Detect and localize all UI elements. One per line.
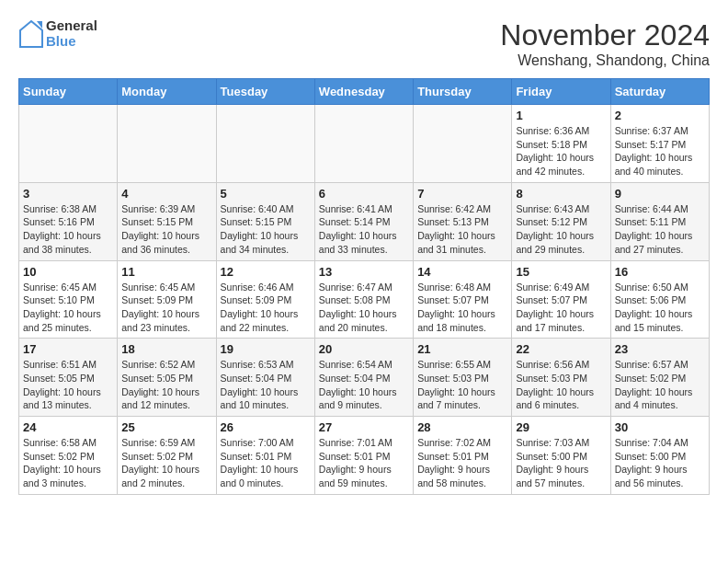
day-info: Sunrise: 7:03 AM Sunset: 5:00 PM Dayligh… — [516, 436, 606, 490]
calendar-cell: 19Sunrise: 6:53 AM Sunset: 5:04 PM Dayli… — [216, 339, 314, 417]
day-info: Sunrise: 6:48 AM Sunset: 5:07 PM Dayligh… — [417, 281, 507, 335]
day-number: 27 — [319, 420, 409, 434]
calendar-cell — [118, 105, 216, 183]
calendar-week-row: 3Sunrise: 6:38 AM Sunset: 5:16 PM Daylig… — [19, 182, 710, 260]
calendar-cell — [314, 105, 413, 183]
calendar-cell: 29Sunrise: 7:03 AM Sunset: 5:00 PM Dayli… — [512, 417, 610, 495]
calendar-cell: 5Sunrise: 6:40 AM Sunset: 5:15 PM Daylig… — [216, 182, 314, 260]
day-info: Sunrise: 7:01 AM Sunset: 5:01 PM Dayligh… — [319, 436, 409, 490]
day-number: 23 — [615, 342, 705, 356]
day-info: Sunrise: 6:55 AM Sunset: 5:03 PM Dayligh… — [417, 358, 507, 412]
day-info: Sunrise: 6:51 AM Sunset: 5:05 PM Dayligh… — [23, 358, 113, 412]
day-info: Sunrise: 6:53 AM Sunset: 5:04 PM Dayligh… — [221, 358, 311, 412]
weekday-header: Monday — [118, 79, 216, 105]
day-info: Sunrise: 6:45 AM Sunset: 5:10 PM Dayligh… — [23, 281, 113, 335]
calendar-cell: 6Sunrise: 6:41 AM Sunset: 5:14 PM Daylig… — [314, 182, 413, 260]
calendar-cell: 28Sunrise: 7:02 AM Sunset: 5:01 PM Dayli… — [414, 417, 512, 495]
calendar-cell: 12Sunrise: 6:46 AM Sunset: 5:09 PM Dayli… — [216, 260, 314, 339]
day-info: Sunrise: 6:42 AM Sunset: 5:13 PM Dayligh… — [417, 202, 507, 257]
day-info: Sunrise: 6:41 AM Sunset: 5:14 PM Dayligh… — [319, 202, 409, 257]
day-number: 1 — [516, 109, 606, 122]
day-info: Sunrise: 6:44 AM Sunset: 5:11 PM Dayligh… — [615, 202, 705, 257]
weekday-header: Friday — [512, 79, 610, 105]
day-info: Sunrise: 7:00 AM Sunset: 5:01 PM Dayligh… — [221, 436, 311, 490]
calendar-cell: 1Sunrise: 6:36 AM Sunset: 5:18 PM Daylig… — [512, 105, 610, 183]
calendar-cell: 8Sunrise: 6:43 AM Sunset: 5:12 PM Daylig… — [512, 182, 610, 260]
day-number: 29 — [516, 420, 606, 434]
calendar-cell: 11Sunrise: 6:45 AM Sunset: 5:09 PM Dayli… — [118, 260, 216, 339]
calendar-week-row: 17Sunrise: 6:51 AM Sunset: 5:05 PM Dayli… — [19, 339, 710, 417]
calendar-header: SundayMondayTuesdayWednesdayThursdayFrid… — [19, 79, 710, 105]
day-number: 17 — [23, 342, 113, 356]
day-info: Sunrise: 6:50 AM Sunset: 5:06 PM Dayligh… — [615, 281, 705, 335]
day-number: 15 — [516, 265, 606, 279]
calendar-cell: 13Sunrise: 6:47 AM Sunset: 5:08 PM Dayli… — [314, 260, 413, 339]
day-number: 14 — [417, 265, 507, 279]
day-number: 2 — [615, 109, 705, 122]
day-number: 7 — [417, 187, 507, 201]
calendar-cell: 17Sunrise: 6:51 AM Sunset: 5:05 PM Dayli… — [19, 339, 118, 417]
calendar-cell: 3Sunrise: 6:38 AM Sunset: 5:16 PM Daylig… — [19, 182, 118, 260]
weekday-header: Wednesday — [314, 79, 413, 105]
day-number: 22 — [516, 342, 606, 356]
day-number: 8 — [516, 187, 606, 201]
calendar-cell: 4Sunrise: 6:39 AM Sunset: 5:15 PM Daylig… — [118, 182, 216, 260]
day-info: Sunrise: 6:46 AM Sunset: 5:09 PM Dayligh… — [221, 281, 311, 335]
day-number: 10 — [23, 265, 113, 279]
calendar-cell: 15Sunrise: 6:49 AM Sunset: 5:07 PM Dayli… — [512, 260, 610, 339]
weekday-header: Thursday — [414, 79, 512, 105]
day-info: Sunrise: 6:37 AM Sunset: 5:17 PM Dayligh… — [615, 124, 705, 178]
calendar-cell: 25Sunrise: 6:59 AM Sunset: 5:02 PM Dayli… — [118, 417, 216, 495]
day-info: Sunrise: 6:39 AM Sunset: 5:15 PM Dayligh… — [121, 202, 211, 257]
calendar-cell — [19, 105, 118, 183]
day-info: Sunrise: 6:47 AM Sunset: 5:08 PM Dayligh… — [319, 281, 409, 335]
day-info: Sunrise: 6:43 AM Sunset: 5:12 PM Dayligh… — [516, 202, 606, 257]
day-info: Sunrise: 6:52 AM Sunset: 5:05 PM Dayligh… — [121, 358, 211, 412]
calendar-cell: 23Sunrise: 6:57 AM Sunset: 5:02 PM Dayli… — [610, 339, 709, 417]
calendar-cell: 9Sunrise: 6:44 AM Sunset: 5:11 PM Daylig… — [610, 182, 709, 260]
day-number: 16 — [615, 265, 705, 279]
day-number: 18 — [121, 342, 211, 356]
calendar-cell — [216, 105, 314, 183]
day-number: 19 — [221, 342, 311, 356]
calendar-cell: 7Sunrise: 6:42 AM Sunset: 5:13 PM Daylig… — [414, 182, 512, 260]
day-info: Sunrise: 7:04 AM Sunset: 5:00 PM Dayligh… — [615, 436, 705, 490]
calendar-cell: 27Sunrise: 7:01 AM Sunset: 5:01 PM Dayli… — [314, 417, 413, 495]
calendar-cell: 30Sunrise: 7:04 AM Sunset: 5:00 PM Dayli… — [610, 417, 709, 495]
day-info: Sunrise: 7:02 AM Sunset: 5:01 PM Dayligh… — [417, 436, 507, 490]
location-subtitle: Wenshang, Shandong, China — [500, 52, 710, 69]
day-number: 9 — [615, 187, 705, 201]
day-number: 26 — [221, 420, 311, 434]
logo-line1: General — [46, 18, 97, 34]
day-info: Sunrise: 6:40 AM Sunset: 5:15 PM Dayligh… — [221, 202, 311, 257]
day-number: 28 — [417, 420, 507, 434]
title-block: November 2024 Wenshang, Shandong, China — [500, 18, 710, 69]
calendar-cell — [414, 105, 512, 183]
calendar-table: SundayMondayTuesdayWednesdayThursdayFrid… — [18, 78, 710, 495]
page-header: General Blue November 2024 Wenshang, Sha… — [18, 18, 710, 69]
logo-line2: Blue — [46, 34, 97, 50]
calendar-cell: 24Sunrise: 6:58 AM Sunset: 5:02 PM Dayli… — [19, 417, 118, 495]
day-number: 30 — [615, 420, 705, 434]
day-number: 11 — [121, 265, 211, 279]
calendar-cell: 21Sunrise: 6:55 AM Sunset: 5:03 PM Dayli… — [414, 339, 512, 417]
calendar-cell: 22Sunrise: 6:56 AM Sunset: 5:03 PM Dayli… — [512, 339, 610, 417]
day-info: Sunrise: 6:58 AM Sunset: 5:02 PM Dayligh… — [23, 436, 113, 490]
weekday-header: Saturday — [610, 79, 709, 105]
day-number: 24 — [23, 420, 113, 434]
day-info: Sunrise: 6:38 AM Sunset: 5:16 PM Dayligh… — [23, 202, 113, 257]
day-number: 21 — [417, 342, 507, 356]
day-number: 4 — [121, 187, 211, 201]
day-info: Sunrise: 6:36 AM Sunset: 5:18 PM Dayligh… — [516, 124, 606, 178]
calendar-week-row: 1Sunrise: 6:36 AM Sunset: 5:18 PM Daylig… — [19, 105, 710, 183]
day-info: Sunrise: 6:59 AM Sunset: 5:02 PM Dayligh… — [121, 436, 211, 490]
calendar-cell: 14Sunrise: 6:48 AM Sunset: 5:07 PM Dayli… — [414, 260, 512, 339]
day-info: Sunrise: 6:54 AM Sunset: 5:04 PM Dayligh… — [319, 358, 409, 412]
weekday-header: Tuesday — [216, 79, 314, 105]
calendar-week-row: 24Sunrise: 6:58 AM Sunset: 5:02 PM Dayli… — [19, 417, 710, 495]
calendar-cell: 16Sunrise: 6:50 AM Sunset: 5:06 PM Dayli… — [610, 260, 709, 339]
day-number: 25 — [121, 420, 211, 434]
calendar-week-row: 10Sunrise: 6:45 AM Sunset: 5:10 PM Dayli… — [19, 260, 710, 339]
weekday-header: Sunday — [19, 79, 118, 105]
calendar-cell: 26Sunrise: 7:00 AM Sunset: 5:01 PM Dayli… — [216, 417, 314, 495]
